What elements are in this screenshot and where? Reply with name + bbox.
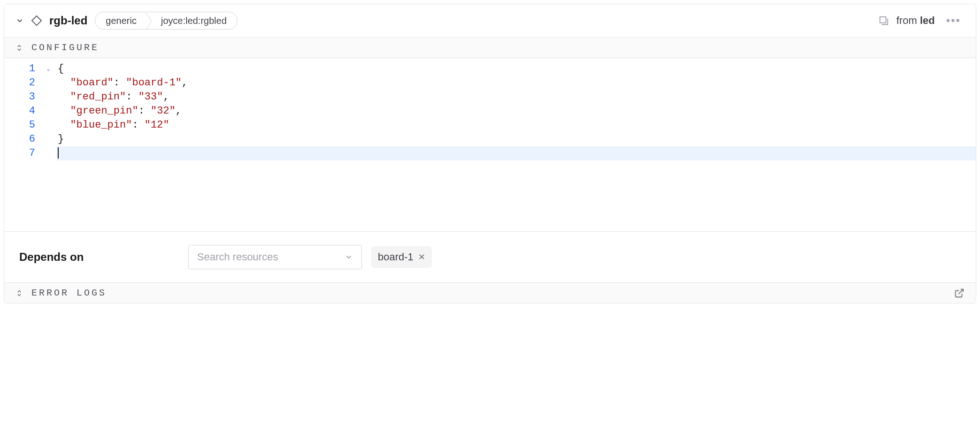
json-editor[interactable]: 1 2 3 4 5 6 7 ⌄ { "board": "board-1", "r… — [4, 58, 976, 232]
fold-gutter: ⌄ — [40, 58, 57, 231]
depends-on-row: Depends on Search resources board-1 ✕ — [4, 232, 976, 283]
from-module-label: from led — [896, 15, 935, 27]
search-placeholder: Search resources — [197, 251, 278, 263]
component-card: rgb-led generic joyce:led:rgbled from le… — [4, 4, 976, 304]
component-type-icon — [31, 15, 42, 26]
text-cursor-icon — [58, 147, 59, 159]
line-number: 1 — [4, 62, 40, 76]
code-line: "blue_pin": "12" — [57, 118, 976, 132]
breadcrumb-segment-model: joyce:led:rgbled — [152, 12, 237, 29]
collapse-section-icon[interactable] — [15, 44, 23, 52]
chip-remove-icon[interactable]: ✕ — [418, 252, 425, 262]
svg-rect-1 — [880, 17, 886, 23]
line-number: 6 — [4, 132, 40, 146]
line-number: 3 — [4, 90, 40, 104]
code-content[interactable]: { "board": "board-1", "red_pin": "33", "… — [57, 58, 976, 231]
code-line: "red_pin": "33", — [57, 90, 976, 104]
depends-on-label: Depends on — [19, 250, 179, 264]
configure-section-header: CONFIGURE — [4, 38, 976, 58]
code-line: } — [57, 132, 976, 146]
code-line: "green_pin": "32", — [57, 104, 976, 118]
line-number: 7 — [4, 146, 40, 160]
module-icon — [879, 15, 889, 26]
error-logs-section: ERROR LOGS — [4, 283, 976, 303]
model-breadcrumb[interactable]: generic joyce:led:rgbled — [95, 12, 237, 30]
component-header: rgb-led generic joyce:led:rgbled from le… — [4, 4, 976, 38]
line-number: 4 — [4, 104, 40, 118]
component-name: rgb-led — [49, 14, 87, 27]
more-menu-icon[interactable]: ••• — [942, 14, 965, 27]
svg-line-2 — [958, 289, 963, 294]
configure-title: CONFIGURE — [31, 42, 99, 53]
code-line: { — [57, 62, 976, 76]
svg-rect-0 — [32, 16, 41, 25]
line-number-gutter: 1 2 3 4 5 6 7 — [4, 58, 40, 231]
code-line-active — [57, 146, 976, 160]
breadcrumb-segment-api: generic — [95, 12, 146, 29]
dependency-chip: board-1 ✕ — [371, 246, 432, 268]
breadcrumb-divider-icon — [146, 12, 152, 30]
expand-section-icon[interactable] — [15, 289, 23, 297]
popout-icon[interactable] — [954, 288, 965, 298]
code-line: "board": "board-1", — [57, 76, 976, 90]
chip-label: board-1 — [378, 251, 413, 263]
search-resources-input[interactable]: Search resources — [188, 245, 362, 269]
fold-marker-icon[interactable]: ⌄ — [40, 62, 57, 76]
line-number: 2 — [4, 76, 40, 90]
collapse-chevron-icon[interactable] — [15, 16, 24, 25]
error-logs-title: ERROR LOGS — [31, 288, 107, 298]
line-number: 5 — [4, 118, 40, 132]
chevron-down-icon — [345, 253, 353, 261]
